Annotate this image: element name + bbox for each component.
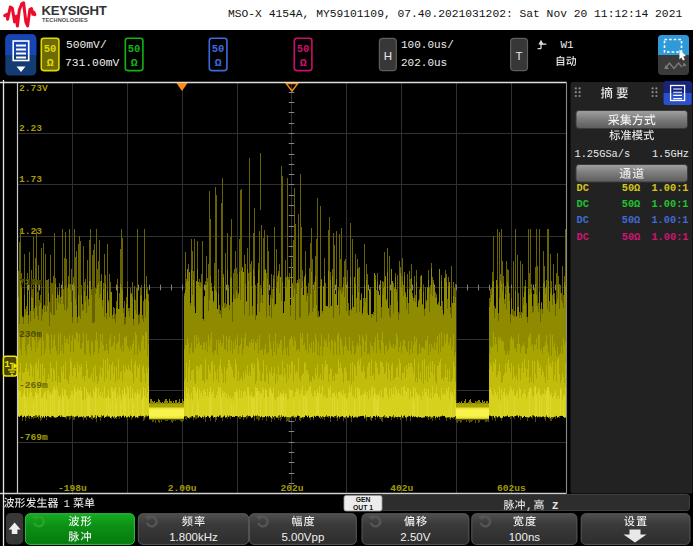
svg-text:602us: 602us (497, 483, 526, 494)
svg-text:-769m: -769m (19, 432, 48, 443)
svg-text:50Ω: 50Ω (622, 231, 641, 243)
svg-text:1: 1 (4, 359, 10, 370)
svg-text:H: H (384, 50, 392, 62)
svg-text:2.00u: 2.00u (168, 483, 197, 494)
svg-text:5.00Vpp: 5.00Vpp (281, 531, 324, 543)
svg-text:Ω: Ω (47, 56, 54, 69)
svg-text:2.23: 2.23 (19, 123, 42, 134)
svg-text:50: 50 (44, 43, 57, 55)
svg-text:DC: DC (577, 214, 589, 226)
svg-text:MSO-X 4154A, MY59101109, 07.40: MSO-X 4154A, MY59101109, 07.40.202103120… (228, 8, 682, 20)
svg-text:730m: 730m (19, 277, 42, 288)
svg-text:1.00:1: 1.00:1 (651, 214, 688, 226)
svg-text:GEN: GEN (356, 496, 371, 503)
svg-text:50Ω: 50Ω (622, 198, 641, 210)
svg-text:Ω: Ω (215, 56, 222, 69)
svg-text:OUT 1: OUT 1 (353, 504, 373, 511)
svg-text:1.00:1: 1.00:1 (651, 198, 688, 210)
svg-text:50Ω: 50Ω (622, 214, 641, 226)
svg-text:402u: 402u (390, 483, 413, 494)
svg-text:100.0us/: 100.0us/ (401, 39, 454, 51)
svg-text:Ω: Ω (131, 56, 138, 69)
svg-text:500mV/: 500mV/ (66, 39, 107, 51)
svg-text:-269m: -269m (19, 380, 48, 391)
svg-text:50: 50 (128, 43, 141, 55)
svg-text:T: T (515, 50, 522, 62)
svg-text:DC: DC (577, 231, 589, 243)
svg-text:50: 50 (212, 43, 225, 55)
svg-text:DC: DC (577, 198, 589, 210)
svg-text:2.50V: 2.50V (400, 531, 430, 543)
svg-text:DC: DC (577, 182, 589, 194)
svg-text:1.25GSa/s: 1.25GSa/s (575, 148, 631, 160)
svg-text:100ns: 100ns (509, 531, 541, 543)
svg-text:,: , (526, 500, 533, 512)
svg-text:W1: W1 (561, 39, 575, 51)
svg-text:1.23: 1.23 (19, 226, 42, 237)
svg-text:1: 1 (64, 498, 70, 510)
svg-text:731.00mV: 731.00mV (65, 57, 119, 69)
svg-text:1.5GHz: 1.5GHz (652, 148, 689, 160)
svg-text:1.800kHz: 1.800kHz (169, 531, 218, 543)
svg-text:-198u: -198u (58, 483, 87, 494)
svg-text:1.00:1: 1.00:1 (651, 231, 688, 243)
svg-text:1.73: 1.73 (19, 174, 42, 185)
svg-text:KEYSIGHT: KEYSIGHT (42, 3, 107, 18)
svg-text:50: 50 (297, 43, 310, 55)
svg-text:50Ω: 50Ω (622, 182, 641, 194)
svg-text:202u: 202u (280, 483, 303, 494)
svg-text:2.73V: 2.73V (19, 83, 48, 94)
svg-text:Z: Z (552, 500, 558, 512)
svg-text:TECHNOLOGIES: TECHNOLOGIES (42, 17, 88, 23)
svg-text:202.0us: 202.0us (401, 57, 447, 69)
svg-text:230m: 230m (19, 329, 42, 340)
svg-text:1.00:1: 1.00:1 (651, 182, 688, 194)
svg-text:Ω: Ω (300, 56, 307, 69)
